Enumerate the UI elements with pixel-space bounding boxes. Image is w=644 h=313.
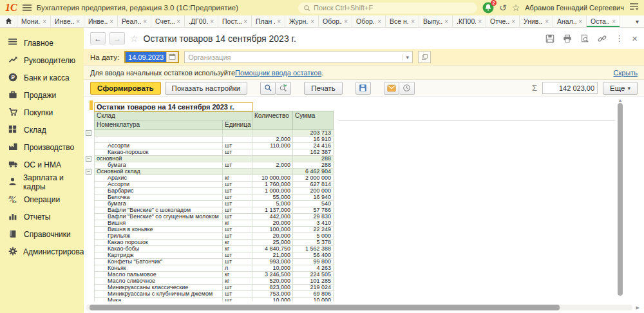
tab[interactable]: Унив...× — [520, 15, 553, 27]
tab[interactable]: Пост...× — [218, 15, 252, 27]
tabs-overflow-icon[interactable]: ▾ — [630, 18, 644, 25]
tab-close-icon[interactable]: × — [578, 18, 582, 25]
tab-close-icon[interactable]: × — [310, 18, 314, 25]
tab[interactable]: Журн...× — [285, 15, 319, 27]
tab-close-icon[interactable]: × — [109, 18, 113, 25]
vertical-scrollbar[interactable] — [618, 103, 623, 301]
table-row[interactable]: Грильяжшт20,0005 000 — [86, 233, 338, 240]
sidebar-item-pokupki[interactable]: Покупки — [0, 104, 84, 121]
tab-close-icon[interactable]: × — [143, 18, 147, 25]
sidebar-item-proizvodstvo[interactable]: Производство — [0, 138, 84, 156]
sidebar-item-zarplata[interactable]: Зарплата и кадры — [0, 173, 84, 191]
tab-close-icon[interactable]: × — [243, 18, 247, 25]
date-field[interactable]: 14.09.2023 — [124, 51, 179, 63]
sidebar-item-spravochniki[interactable]: Справочники — [0, 225, 84, 243]
report-grid-title[interactable]: Остатки товаров на 14 сентября 2023 г. — [94, 102, 253, 112]
column-header-quantity[interactable]: Количество — [252, 111, 293, 130]
column-header-warehouse[interactable]: Склад — [94, 111, 252, 120]
tab-close-icon[interactable]: × — [176, 18, 180, 25]
table-row[interactable]: Арахискг10 000,0002 000 000 — [86, 175, 338, 182]
column-header-item[interactable]: Номенклатура — [94, 120, 223, 130]
more-actions-icon[interactable]: ⋮ — [615, 33, 623, 43]
link-icon[interactable] — [598, 34, 607, 43]
tab[interactable]: Инве...× — [51, 15, 84, 27]
print-icon[interactable] — [563, 34, 572, 43]
table-row[interactable]: Миникруассаны классическиешт823,000219 0… — [86, 285, 338, 291]
organization-choose-button[interactable] — [418, 51, 431, 63]
table-row[interactable]: Картриджшт21,00056 400 — [86, 252, 338, 259]
group-row[interactable]: −основной288 — [86, 156, 338, 162]
table-row[interactable]: Какао-бобыкг4 840,7501 562 388 — [86, 246, 338, 252]
table-row[interactable]: Какао порошоккг25,0005 378 — [86, 240, 338, 246]
tab[interactable]: Обор...× — [352, 15, 386, 27]
calendar-icon[interactable] — [166, 52, 178, 62]
preview-icon[interactable] — [580, 34, 589, 43]
tab[interactable]: Выпу...× — [419, 15, 453, 27]
sidebar-item-operacii[interactable]: ДтКтОперации — [0, 191, 84, 208]
tab[interactable]: Инве...× — [84, 15, 118, 27]
horizontal-scrollbar[interactable] — [86, 305, 632, 310]
column-header-sum[interactable]: Сумма — [293, 111, 334, 130]
main-menu-icon[interactable] — [23, 4, 32, 12]
more-button[interactable]: Еще▾ — [603, 82, 638, 95]
email-icon[interactable] — [384, 82, 399, 95]
tab[interactable]: .КП00...× — [453, 15, 486, 27]
table-row[interactable]: Масло сливочноекг520,000101 285 — [86, 278, 338, 285]
tab-close-icon[interactable]: × — [277, 18, 281, 25]
tab-close-icon[interactable]: × — [444, 18, 448, 25]
save-report-icon[interactable] — [355, 82, 371, 95]
table-row[interactable]: Вишня в коньякешт100,00022 249 — [86, 227, 338, 233]
sidebar-item-rukovoditelyu[interactable]: Руководителю — [0, 52, 84, 69]
tab-close-icon[interactable]: × — [210, 18, 214, 25]
schedule-clock-icon[interactable] — [399, 82, 415, 95]
organization-combobox[interactable]: Организация ▾ — [184, 51, 413, 63]
tab-close-icon[interactable]: × — [377, 18, 381, 25]
scroll-up-icon[interactable]: ▲ — [618, 98, 623, 102]
service-menu-icon[interactable] — [629, 2, 639, 14]
tab-active[interactable]: Оста...× — [587, 15, 620, 27]
collapse-group-icon[interactable]: − — [86, 169, 91, 175]
table-row[interactable]: Вафли "Венские" со сгущенным молокомшт44… — [86, 214, 338, 220]
hide-link[interactable]: Скрыть — [613, 69, 638, 77]
tab-close-icon[interactable]: × — [344, 18, 348, 25]
sidebar-item-bank[interactable]: РБанк и касса — [0, 69, 84, 86]
show-settings-button[interactable]: Показать настройки — [165, 82, 248, 95]
dropdown-arrow-icon[interactable]: ▾ — [402, 54, 412, 61]
scroll-right-icon[interactable]: ▶ — [636, 305, 639, 310]
tab[interactable]: План ...× — [252, 15, 285, 27]
close-icon[interactable]: × — [632, 33, 638, 44]
table-row[interactable]: бумагашт2,000288 — [86, 162, 338, 169]
tab-close-icon[interactable]: × — [478, 18, 482, 25]
table-row[interactable]: 2,00016 910 — [86, 137, 338, 143]
sidebar-item-admin[interactable]: Администрирование — [0, 243, 84, 260]
tab[interactable]: .ДГ00...× — [185, 15, 218, 27]
back-button[interactable]: ← — [90, 32, 106, 44]
table-row[interactable]: Ассортишт1 760,000627 814 — [86, 182, 338, 188]
tab-close-icon[interactable]: × — [545, 18, 549, 25]
sidebar-item-glavnoe[interactable]: Главное — [0, 34, 84, 52]
column-header-unit[interactable]: Единица — [223, 120, 252, 130]
tab[interactable]: Отче...× — [486, 15, 520, 27]
global-search-input[interactable]: Поиск Ctrl+Shift+F — [298, 3, 477, 14]
table-row[interactable]: Барбарисшт1 000,000200 000 — [86, 188, 338, 194]
table-row[interactable]: Какао-порошокшт162 387 — [86, 149, 338, 156]
tab-close-icon[interactable]: × — [511, 18, 515, 25]
table-row[interactable]: Вишнякг20,0003 410 — [86, 220, 338, 227]
tab[interactable]: Анал...× — [553, 15, 587, 27]
date-input[interactable]: 14.09.2023 — [126, 52, 166, 62]
tab[interactable]: Реал...× — [118, 15, 151, 27]
generate-button[interactable]: Сформировать — [90, 82, 161, 95]
table-row[interactable]: бумагашт5,000540 — [86, 201, 338, 207]
group-row[interactable]: −203 713 — [86, 130, 338, 137]
sidebar-item-sklad[interactable]: Склад — [0, 121, 84, 138]
sidebar-item-otchety[interactable]: Отчеты — [0, 208, 84, 225]
print-button[interactable]: Печать — [304, 82, 343, 95]
favorites-star-icon[interactable]: ☆ — [512, 3, 520, 13]
collapse-group-icon[interactable]: − — [86, 156, 91, 162]
refresh-drilldown-icon[interactable] — [276, 82, 291, 95]
table-row[interactable]: Миникруассаны с клубничным джемомшт753,0… — [86, 291, 338, 298]
sidebar-item-os[interactable]: ОС и НМА — [0, 156, 84, 173]
history-icon[interactable]: ↺ — [499, 3, 507, 13]
collapse-group-icon[interactable]: − — [86, 130, 91, 136]
tab[interactable]: Мони...× — [17, 15, 51, 27]
